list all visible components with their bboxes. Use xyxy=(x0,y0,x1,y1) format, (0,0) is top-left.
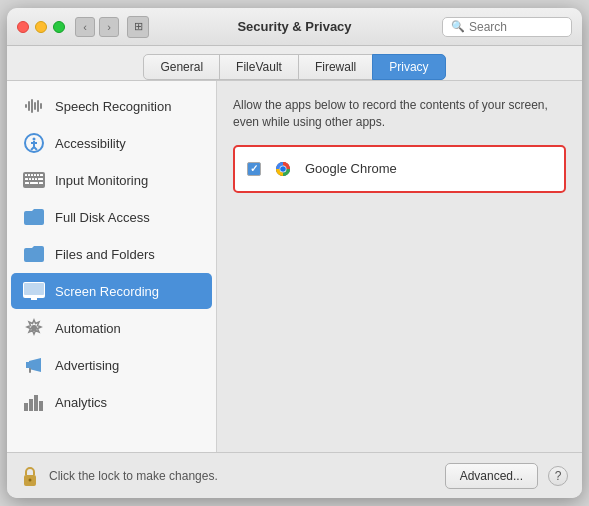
svg-rect-17 xyxy=(37,174,39,176)
search-icon: 🔍 xyxy=(451,20,465,33)
sidebar-item-input-monitoring[interactable]: Input Monitoring xyxy=(11,162,212,198)
sidebar-item-label: Advertising xyxy=(55,358,119,373)
sidebar-item-label: Screen Recording xyxy=(55,284,159,299)
sidebar-item-screen-recording[interactable]: Screen Recording xyxy=(11,273,212,309)
minimize-button[interactable] xyxy=(35,21,47,33)
svg-rect-1 xyxy=(28,101,30,111)
grid-button[interactable]: ⊞ xyxy=(127,16,149,38)
sidebar-item-full-disk-access[interactable]: Full Disk Access xyxy=(11,199,212,235)
svg-rect-14 xyxy=(28,174,30,176)
files-folder-icon xyxy=(23,243,45,265)
maximize-button[interactable] xyxy=(53,21,65,33)
svg-rect-16 xyxy=(34,174,36,176)
svg-line-11 xyxy=(34,147,37,150)
keyboard-icon xyxy=(23,169,45,191)
svg-rect-21 xyxy=(32,178,34,180)
close-button[interactable] xyxy=(17,21,29,33)
svg-rect-4 xyxy=(37,100,39,112)
app-name: Google Chrome xyxy=(305,161,397,176)
svg-rect-23 xyxy=(38,178,43,180)
svg-rect-33 xyxy=(29,368,31,373)
svg-rect-15 xyxy=(31,174,33,176)
tab-general[interactable]: General xyxy=(143,54,220,80)
gear-icon xyxy=(23,317,45,339)
svg-rect-36 xyxy=(34,395,38,411)
tabs-bar: General FileVault Firewall Privacy xyxy=(7,46,582,81)
svg-rect-18 xyxy=(40,174,43,176)
svg-rect-0 xyxy=(25,104,27,108)
svg-point-7 xyxy=(33,138,36,141)
waveform-icon xyxy=(23,95,45,117)
sidebar-item-files-and-folders[interactable]: Files and Folders xyxy=(11,236,212,272)
svg-point-41 xyxy=(280,166,286,172)
tab-filevault[interactable]: FileVault xyxy=(219,54,299,80)
sidebar-item-label: Input Monitoring xyxy=(55,173,148,188)
description-text: Allow the apps below to record the conte… xyxy=(233,97,566,131)
full-disk-folder-icon xyxy=(23,206,45,228)
svg-rect-13 xyxy=(25,174,27,176)
main-window: ‹ › ⊞ Security & Privacy 🔍 General FileV… xyxy=(7,8,582,498)
app-item-chrome: Google Chrome xyxy=(235,147,564,191)
svg-rect-28 xyxy=(24,283,44,295)
window-title: Security & Privacy xyxy=(237,19,351,34)
tab-firewall[interactable]: Firewall xyxy=(298,54,373,80)
sidebar-item-speech-recognition[interactable]: Speech Recognition xyxy=(11,88,212,124)
traffic-lights xyxy=(17,21,65,33)
svg-rect-19 xyxy=(25,178,28,180)
svg-rect-35 xyxy=(29,399,33,411)
bottom-bar: Click the lock to make changes. Advanced… xyxy=(7,452,582,498)
svg-rect-30 xyxy=(29,297,39,298)
svg-rect-37 xyxy=(39,401,43,411)
chrome-checkbox[interactable] xyxy=(247,162,261,176)
svg-rect-5 xyxy=(40,103,42,109)
sidebar-item-accessibility[interactable]: Accessibility xyxy=(11,125,212,161)
lock-text: Click the lock to make changes. xyxy=(49,469,218,483)
titlebar: ‹ › ⊞ Security & Privacy 🔍 xyxy=(7,8,582,46)
screen-recording-icon xyxy=(23,280,45,302)
sidebar-item-advertising[interactable]: Advertising xyxy=(11,347,212,383)
svg-rect-26 xyxy=(39,182,43,184)
svg-rect-25 xyxy=(30,182,38,184)
svg-line-10 xyxy=(31,147,34,150)
sidebar-item-label: Automation xyxy=(55,321,121,336)
sidebar-item-label: Speech Recognition xyxy=(55,99,171,114)
sidebar-item-analytics[interactable]: Analytics xyxy=(11,384,212,420)
lock-icon[interactable] xyxy=(21,465,39,487)
content-area: Speech Recognition Accessibility xyxy=(7,81,582,452)
apps-list: Google Chrome xyxy=(233,145,566,193)
sidebar-item-label: Accessibility xyxy=(55,136,126,151)
main-panel: Allow the apps below to record the conte… xyxy=(217,81,582,452)
megaphone-icon xyxy=(23,354,45,376)
svg-rect-29 xyxy=(31,298,37,300)
svg-rect-3 xyxy=(34,102,36,110)
svg-point-43 xyxy=(29,478,32,481)
nav-buttons: ‹ › xyxy=(75,17,119,37)
help-button[interactable]: ? xyxy=(548,466,568,486)
accessibility-icon xyxy=(23,132,45,154)
svg-rect-20 xyxy=(29,178,31,180)
svg-point-32 xyxy=(32,326,37,331)
sidebar-item-label: Files and Folders xyxy=(55,247,155,262)
chrome-icon xyxy=(271,157,295,181)
svg-rect-2 xyxy=(31,99,33,113)
tab-privacy[interactable]: Privacy xyxy=(372,54,445,80)
search-input[interactable] xyxy=(469,20,563,34)
svg-rect-34 xyxy=(24,403,28,411)
sidebar-item-label: Full Disk Access xyxy=(55,210,150,225)
sidebar: Speech Recognition Accessibility xyxy=(7,81,217,452)
forward-button[interactable]: › xyxy=(99,17,119,37)
svg-rect-22 xyxy=(35,178,37,180)
chart-icon xyxy=(23,391,45,413)
advanced-button[interactable]: Advanced... xyxy=(445,463,538,489)
sidebar-item-automation[interactable]: Automation xyxy=(11,310,212,346)
back-button[interactable]: ‹ xyxy=(75,17,95,37)
svg-rect-24 xyxy=(25,182,29,184)
search-box[interactable]: 🔍 xyxy=(442,17,572,37)
sidebar-item-label: Analytics xyxy=(55,395,107,410)
